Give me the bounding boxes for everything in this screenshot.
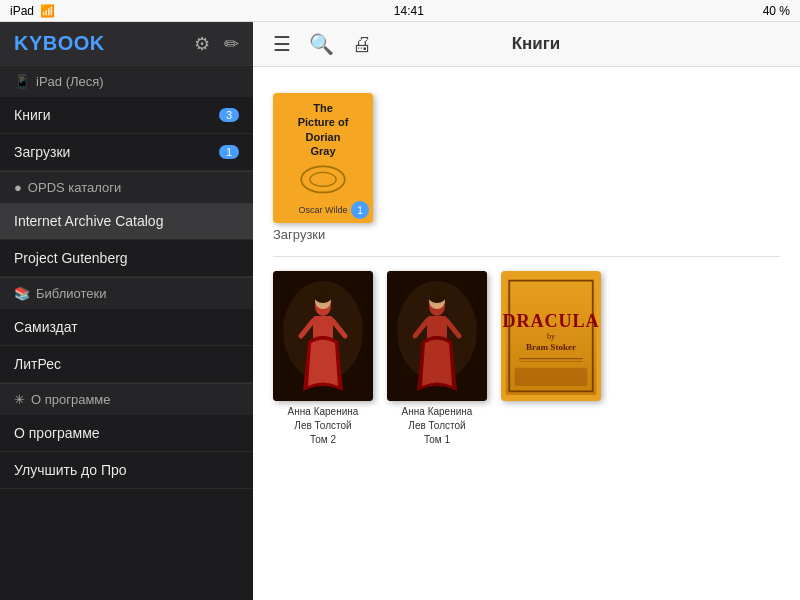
dorian-decor [293,162,353,197]
sidebar-item-about[interactable]: О программе [0,415,253,452]
anna-1-title: Анна Каренина [402,406,473,417]
anna-scene-1 [387,271,487,401]
app-title: KYBOOK [14,32,105,55]
libraries-label: Библиотеки [36,286,106,301]
sidebar: KYBOOK ⚙ ✏ 📱 iPad (Леся) Книги 3 Загрузк… [0,22,253,600]
content-header-left: ☰ 🔍 🖨 [273,32,372,56]
edit-icon[interactable]: ✏ [224,33,239,55]
sidebar-header: KYBOOK ⚙ ✏ [0,22,253,65]
anna-1-author: Лев Толстой [408,420,465,431]
sidebar-item-project-gutenberg[interactable]: Project Gutenberg [0,240,253,277]
svg-text:by: by [547,332,556,341]
sidebar-header-icons: ⚙ ✏ [194,33,239,55]
opds-icon: ● [14,180,22,195]
book-dorian-gray[interactable]: ThePicture ofDorianGray Oscar Wilde 1 [273,93,373,223]
internet-archive-label: Internet Archive Catalog [14,213,163,229]
section-separator [273,256,780,257]
svg-point-17 [428,289,446,303]
library-icon: 📚 [14,286,30,301]
status-left: iPad 📶 [10,4,55,18]
dracula-cover-svg: DRACULA by Bram Stoker [501,277,601,395]
cover-dorian-gray: ThePicture ofDorianGray Oscar Wilde 1 [273,93,373,223]
downloads-section-label: Загрузки [273,227,780,242]
about-icon: ✳ [14,392,25,407]
sidebar-item-books[interactable]: Книги 3 [0,97,253,134]
cover-anna-2 [273,271,373,401]
project-gutenberg-label: Project Gutenberg [14,250,128,266]
downloads-grid: ThePicture ofDorianGray Oscar Wilde 1 [273,93,780,223]
sidebar-item-samizdat[interactable]: Самиздат [0,309,253,346]
anna-2-title: Анна Каренина [288,406,359,417]
anna-scene-2 [273,271,373,401]
content-area: ☰ 🔍 🖨 Книги ThePicture ofDorianGray [253,22,800,600]
downloads-label: Загрузки [14,144,70,160]
anna-1-volume: Том 1 [424,434,450,445]
book-anna-2[interactable]: Анна Каренина Лев Толстой Том 2 [273,271,373,447]
books-label: Книги [14,107,51,123]
about-section-label: О программе [31,392,111,407]
wifi-icon: 📶 [40,4,55,18]
status-bar: iPad 📶 14:41 40 % [0,0,800,22]
samizdat-label: Самиздат [14,319,78,335]
content-title: Книги [372,34,700,54]
svg-text:Bram Stoker: Bram Stoker [526,342,576,352]
anna-2-author: Лев Толстой [294,420,351,431]
books-badge: 3 [219,108,239,122]
anna-figure-2 [273,271,373,401]
dorian-badge: 1 [351,201,369,219]
dorian-author: Oscar Wilde [298,205,347,215]
svg-rect-25 [515,368,588,386]
book-anna-1[interactable]: Анна Каренина Лев Толстой Том 1 [387,271,487,447]
status-right: 40 % [763,4,790,18]
tablet-icon: 📱 [14,74,30,89]
anna-1-label: Анна Каренина Лев Толстой Том 1 [402,405,473,447]
opds-label: OPDS каталоги [28,180,121,195]
svg-point-1 [310,173,336,187]
book-dracula[interactable]: DRACULA by Bram Stoker [501,271,601,447]
device-label: iPad [10,4,34,18]
svg-text:DRACULA: DRACULA [502,311,599,331]
downloads-badge: 1 [219,145,239,159]
sidebar-item-downloads[interactable]: Загрузки 1 [0,134,253,171]
about-label: О программе [14,425,100,441]
anna-2-label: Анна Каренина Лев Толстой Том 2 [288,405,359,447]
svg-point-0 [301,167,345,193]
settings-icon[interactable]: ⚙ [194,33,210,55]
sidebar-item-upgrade[interactable]: Улучшить до Про [0,452,253,489]
time-display: 14:41 [394,4,424,18]
cover-anna-1 [387,271,487,401]
opds-section-header: ● OPDS каталоги [0,171,253,203]
main-books-grid: Анна Каренина Лев Толстой Том 2 [273,271,780,447]
sidebar-item-litres[interactable]: ЛитРес [0,346,253,383]
search-icon[interactable]: 🔍 [309,32,334,56]
sidebar-item-internet-archive[interactable]: Internet Archive Catalog [0,203,253,240]
menu-icon[interactable]: ☰ [273,32,291,56]
content-header: ☰ 🔍 🖨 Книги [253,22,800,67]
litres-label: ЛитРес [14,356,61,372]
device-section-header: 📱 iPad (Леся) [0,65,253,97]
main-layout: KYBOOK ⚙ ✏ 📱 iPad (Леся) Книги 3 Загрузк… [0,22,800,600]
print-icon[interactable]: 🖨 [352,33,372,56]
about-section-header: ✳ О программе [0,383,253,415]
svg-point-9 [314,289,332,303]
anna-2-volume: Том 2 [310,434,336,445]
libraries-section-header: 📚 Библиотеки [0,277,253,309]
dorian-title: ThePicture ofDorianGray [298,101,349,158]
anna-figure-1 [387,271,487,401]
content-body: ThePicture ofDorianGray Oscar Wilde 1 За… [253,67,800,600]
upgrade-label: Улучшить до Про [14,462,127,478]
battery-display: 40 % [763,4,790,18]
cover-dracula: DRACULA by Bram Stoker [501,271,601,401]
device-name: iPad (Леся) [36,74,104,89]
